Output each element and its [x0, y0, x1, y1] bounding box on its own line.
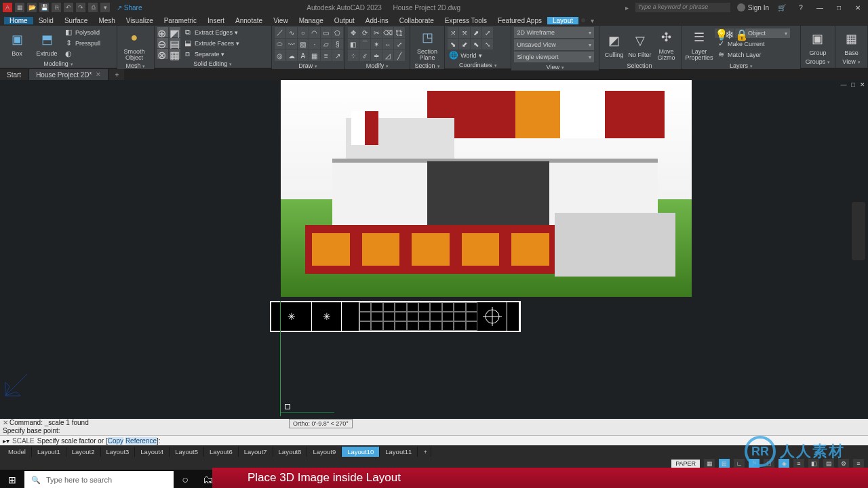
close-button[interactable]: ✕	[852, 4, 864, 12]
hatch-icon[interactable]: ▨	[298, 39, 309, 49]
layer-dropdown[interactable]: Object	[745, 28, 790, 38]
tab-more-icon[interactable]	[581, 18, 585, 22]
point-icon[interactable]: ·	[309, 39, 320, 49]
tab-expresstools[interactable]: Express Tools	[439, 17, 492, 24]
tab-manage[interactable]: Manage	[294, 17, 329, 24]
trim-icon[interactable]: ✂	[371, 27, 382, 38]
extrude-button[interactable]: ⬒Extrude	[33, 29, 61, 57]
panel-groups[interactable]: Groups	[801, 58, 835, 68]
table-icon[interactable]: ▦	[309, 50, 320, 61]
ltab-layout10[interactable]: Layout10	[342, 447, 380, 457]
separate-button[interactable]: ⧈Separate▾	[182, 49, 241, 59]
rect-icon[interactable]: ▭	[321, 27, 332, 38]
signin-button[interactable]: Sign In	[737, 3, 769, 12]
mline-icon[interactable]: ≡	[321, 50, 332, 61]
ltab-layout8[interactable]: Layout8	[273, 447, 308, 457]
slice-icon[interactable]: ◩	[170, 27, 180, 37]
vp-min-icon[interactable]: —	[840, 81, 848, 88]
share-button[interactable]: ↗ Share	[117, 4, 142, 12]
base-button[interactable]: ▦Base	[838, 28, 865, 56]
ucs-icon-3[interactable]: ⬈	[471, 27, 481, 38]
qat-print-icon[interactable]: ⎙	[88, 3, 98, 12]
drawing-area[interactable]: —□✕ ✳ ✳ Ortho: 0'-9.8" < 270°	[0, 80, 868, 419]
tab-surface[interactable]: Surface	[59, 17, 93, 24]
union-icon[interactable]: ⊕	[157, 27, 168, 37]
tab-featuredapps[interactable]: Featured Apps	[492, 17, 547, 24]
paper-toggle[interactable]: PAPER	[671, 460, 700, 468]
arc-icon[interactable]: ◠	[309, 27, 320, 38]
copy-icon[interactable]: ⿻	[394, 27, 405, 38]
tab-collaborate[interactable]: Collaborate	[394, 17, 439, 24]
ltab-add[interactable]: +	[418, 447, 431, 457]
box-button[interactable]: ▣Box	[3, 29, 31, 57]
array-icon[interactable]: ⁘	[348, 50, 359, 61]
rotate-icon[interactable]: ⟳	[359, 27, 370, 38]
scale-icon[interactable]: ⤢	[394, 39, 405, 49]
ucs-icon-8[interactable]: ⤡	[482, 39, 493, 49]
align-icon[interactable]: ≑	[371, 50, 382, 61]
panel-viewdd[interactable]: View	[511, 64, 599, 70]
layer-bulb-icon[interactable]: 💡	[715, 28, 724, 38]
ucs-icon-2[interactable]: ⤲	[459, 27, 470, 38]
makecurrent-button[interactable]: ✓Make Current	[715, 39, 790, 49]
imprint-icon[interactable]: ▦	[170, 49, 180, 59]
tab-current-doc[interactable]: House Project 2D*✕	[29, 69, 108, 80]
revcloud-icon[interactable]: ☁	[286, 50, 297, 61]
ellipse-icon[interactable]: ⬭	[275, 39, 285, 49]
extractedges-button[interactable]: ⧉Extract Edges▾	[182, 27, 241, 37]
group-button[interactable]: ▣Group	[804, 28, 832, 56]
viewport-dropdown[interactable]: Single viewport	[514, 52, 594, 62]
thicken-icon[interactable]: ▤	[170, 38, 180, 48]
helix-icon[interactable]: §	[332, 39, 343, 49]
ltab-layout5[interactable]: Layout5	[170, 447, 204, 457]
qat-arrow-icon[interactable]: ▾	[100, 3, 110, 12]
region-icon[interactable]: ▱	[321, 39, 332, 49]
ltab-layout3[interactable]: Layout3	[101, 447, 136, 457]
erase-icon[interactable]: ⌫	[382, 27, 393, 38]
panel-draw[interactable]: Draw	[272, 62, 344, 69]
revolve-button[interactable]: ◐	[62, 49, 102, 59]
ucs-icon-1[interactable]: ⤯	[448, 27, 458, 38]
cmd-close-icon[interactable]: ✕	[3, 419, 9, 427]
presspull-button[interactable]: ⇕Presspull	[62, 38, 102, 48]
break-icon[interactable]: ╱	[394, 50, 405, 61]
maximize-button[interactable]: □	[833, 4, 845, 12]
qat-save-icon[interactable]: 💾	[39, 3, 49, 12]
tab-new[interactable]: +	[109, 69, 124, 80]
command-line[interactable]: ✕Command: _scale 1 found Specify base po…	[0, 419, 868, 445]
vp-close-icon[interactable]: ✕	[859, 81, 867, 88]
spline-icon[interactable]: 〰	[286, 39, 297, 49]
tab-solid[interactable]: Solid	[33, 17, 59, 24]
qat-new-icon[interactable]: ▦	[15, 3, 24, 12]
intersect-icon[interactable]: ⊗	[157, 49, 168, 59]
layerprops-button[interactable]: ☰Layer Properties	[685, 27, 713, 61]
close-tab-icon[interactable]: ✕	[96, 71, 101, 78]
vp-max-icon[interactable]: □	[849, 81, 857, 88]
chamfer-icon[interactable]: ◿	[382, 50, 393, 61]
qat-redo-icon[interactable]: ↷	[76, 3, 85, 12]
tab-addins[interactable]: Add-ins	[360, 17, 394, 24]
windows-search[interactable]: 🔍Type here to search	[24, 471, 174, 488]
subtract-icon[interactable]: ⊖	[157, 38, 168, 48]
tab-mesh[interactable]: Mesh	[93, 17, 120, 24]
tab-insert[interactable]: Insert	[202, 17, 230, 24]
culling-button[interactable]: ◩Culling	[602, 30, 626, 58]
stretch-icon[interactable]: ↔	[382, 39, 393, 49]
ltab-layout7[interactable]: Layout7	[239, 447, 273, 457]
smoothobject-button[interactable]: ●Smooth Object	[120, 27, 149, 61]
ucs-icon-6[interactable]: ⬋	[459, 39, 470, 49]
ray-icon[interactable]: ↗	[332, 50, 343, 61]
donut-icon[interactable]: ◎	[275, 50, 285, 61]
ltab-layout2[interactable]: Layout2	[66, 447, 101, 457]
tab-start[interactable]: Start	[0, 69, 28, 80]
status-ortho-icon[interactable]: ∟	[734, 459, 745, 468]
panel-section[interactable]: Section	[410, 62, 444, 69]
line-icon[interactable]: ／	[275, 27, 285, 38]
namedview-dropdown[interactable]: Unsaved View	[514, 39, 594, 50]
visualstyle-dropdown[interactable]: 2D Wireframe	[514, 27, 594, 38]
ltab-layout11[interactable]: Layout11	[380, 447, 418, 457]
ltab-layout4[interactable]: Layout4	[135, 447, 170, 457]
tab-visualize[interactable]: Visualize	[121, 17, 159, 24]
extrudefaces-button[interactable]: ⬓Extrude Faces▾	[182, 38, 241, 48]
qat-undo-icon[interactable]: ↶	[64, 3, 73, 12]
